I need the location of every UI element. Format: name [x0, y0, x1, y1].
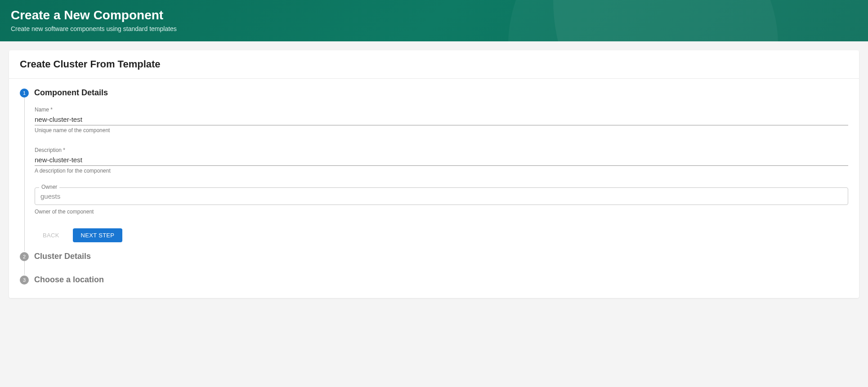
button-row: BACK NEXT STEP [35, 228, 848, 242]
owner-field-wrapper: Owner Owner of the component [35, 187, 848, 215]
name-helper: Unique name of the component [35, 127, 848, 133]
stepper: 1 Component Details Name * Unique name o… [20, 88, 848, 285]
page-subtitle: Create new software components using sta… [11, 25, 857, 32]
step-number-icon: 3 [20, 276, 29, 285]
card-header: Create Cluster From Template [9, 50, 859, 79]
name-label: Name * [35, 107, 848, 113]
description-field-wrapper: Description * A description for the comp… [35, 147, 848, 174]
step-head[interactable]: 3 Choose a location [20, 275, 104, 285]
back-button[interactable]: BACK [35, 228, 67, 242]
name-input[interactable] [35, 113, 848, 125]
next-step-button[interactable]: NEXT STEP [73, 228, 123, 242]
card-body: 1 Component Details Name * Unique name o… [9, 79, 859, 298]
step-head[interactable]: 1 Component Details [20, 88, 108, 98]
description-helper: A description for the component [35, 168, 848, 174]
step-number-icon: 1 [20, 89, 29, 98]
main-content: Create Cluster From Template 1 Component… [0, 41, 868, 307]
form-card: Create Cluster From Template 1 Component… [9, 50, 859, 298]
step-component-details: 1 Component Details [20, 88, 848, 98]
step-label: Cluster Details [34, 252, 91, 261]
step-content-component-details: Name * Unique name of the component Desc… [24, 98, 848, 251]
owner-helper: Owner of the component [35, 209, 848, 215]
owner-label: Owner [39, 184, 59, 190]
description-input[interactable] [35, 153, 848, 166]
name-field-wrapper: Name * Unique name of the component [35, 107, 848, 133]
step-label: Choose a location [34, 275, 104, 285]
page-header: Create a New Component Create new softwa… [0, 0, 868, 41]
step-label: Component Details [34, 88, 108, 98]
step-choose-location: 3 Choose a location [20, 275, 848, 285]
step-content-cluster-details [24, 261, 848, 275]
card-title: Create Cluster From Template [20, 58, 848, 70]
step-head[interactable]: 2 Cluster Details [20, 251, 91, 261]
step-cluster-details: 2 Cluster Details [20, 251, 848, 261]
step-number-icon: 2 [20, 252, 29, 261]
owner-input[interactable] [35, 187, 848, 205]
description-label: Description * [35, 147, 848, 153]
page-title: Create a New Component [11, 8, 857, 22]
